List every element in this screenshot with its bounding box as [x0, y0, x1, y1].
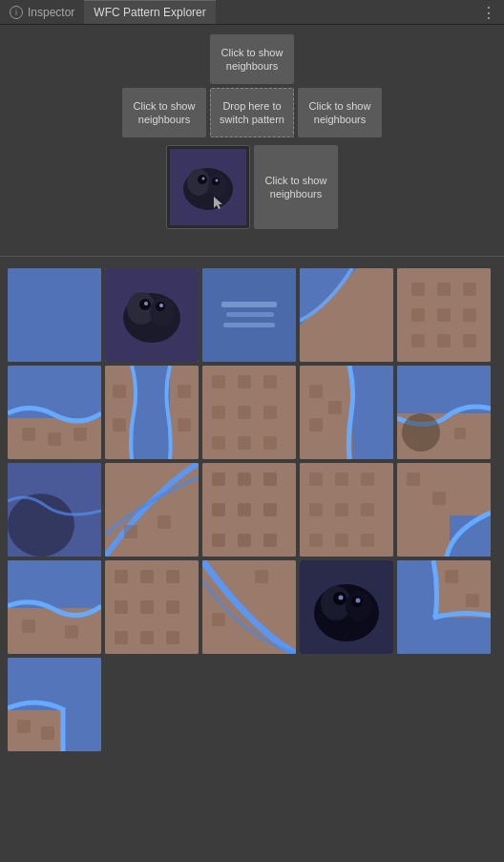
svg-rect-34: [463, 334, 476, 347]
svg-rect-89: [335, 534, 348, 547]
svg-rect-123: [466, 594, 479, 607]
tile-19[interactable]: [300, 560, 393, 654]
svg-rect-104: [140, 600, 154, 614]
svg-rect-37: [22, 428, 35, 441]
svg-rect-122: [445, 570, 458, 583]
svg-rect-90: [361, 534, 374, 547]
svg-rect-126: [17, 720, 31, 733]
svg-rect-50: [212, 406, 225, 419]
svg-rect-103: [115, 600, 128, 614]
bottom-row: Click to show neighbours: [166, 145, 338, 229]
svg-rect-51: [238, 406, 251, 419]
top-neighbour-button[interactable]: Click to show neighbours: [210, 34, 294, 84]
tile-18[interactable]: [202, 560, 296, 654]
pattern-thumbnail[interactable]: [166, 145, 250, 229]
svg-rect-33: [437, 334, 451, 347]
svg-rect-31: [463, 308, 476, 322]
svg-rect-80: [263, 534, 277, 547]
tile-11[interactable]: [8, 463, 101, 557]
tile-17[interactable]: [105, 560, 199, 654]
middle-btn-row: Click to show neighbours Drop here to sw…: [122, 88, 382, 137]
top-btn-row: Click to show neighbours: [210, 34, 294, 84]
svg-rect-106: [115, 631, 128, 644]
svg-rect-87: [361, 503, 374, 516]
svg-rect-59: [309, 418, 323, 431]
tile-5[interactable]: [397, 268, 491, 362]
svg-rect-85: [309, 503, 323, 516]
svg-point-119: [356, 599, 361, 603]
svg-point-118: [339, 596, 344, 600]
bottom-neighbour-button[interactable]: Click to show neighbours: [254, 145, 338, 229]
tile-14[interactable]: [300, 463, 393, 557]
svg-rect-47: [212, 375, 225, 389]
tile-9[interactable]: [300, 366, 393, 459]
tile-2[interactable]: [105, 268, 199, 362]
right-neighbour-button[interactable]: Click to show neighbours: [298, 88, 382, 137]
divider: [0, 256, 504, 257]
svg-rect-42: [113, 385, 126, 398]
tile-4[interactable]: [300, 268, 393, 362]
svg-rect-98: [65, 625, 78, 639]
svg-rect-60: [328, 401, 342, 414]
svg-rect-32: [411, 334, 425, 347]
svg-rect-53: [212, 436, 225, 450]
more-options-icon[interactable]: ⋮: [481, 3, 496, 21]
svg-rect-86: [335, 503, 348, 516]
tab-wfc-label: WFC Pattern Explorer: [94, 6, 205, 19]
svg-rect-105: [166, 600, 179, 614]
svg-rect-72: [212, 473, 225, 486]
tile-15[interactable]: [397, 463, 491, 557]
svg-point-3: [208, 174, 227, 197]
svg-rect-57: [352, 366, 393, 459]
svg-rect-21: [226, 312, 274, 317]
svg-rect-26: [411, 283, 425, 296]
svg-rect-38: [48, 432, 61, 446]
svg-rect-75: [212, 503, 225, 516]
svg-rect-22: [223, 323, 275, 327]
tile-6[interactable]: [8, 366, 101, 459]
svg-rect-39: [74, 428, 87, 441]
svg-rect-58: [309, 385, 323, 398]
tile-7[interactable]: [105, 366, 199, 459]
pattern-controls: Click to show neighbours Click to show n…: [0, 25, 504, 248]
svg-rect-77: [263, 503, 277, 516]
svg-rect-125: [8, 710, 65, 751]
tile-21[interactable]: [8, 658, 101, 751]
svg-rect-69: [158, 515, 171, 529]
svg-rect-30: [437, 308, 451, 322]
svg-rect-108: [166, 631, 179, 644]
thumbnail-image: [170, 149, 246, 225]
tile-16[interactable]: [8, 560, 101, 654]
tab-inspector[interactable]: i Inspector: [0, 0, 84, 24]
tab-wfc[interactable]: WFC Pattern Explorer: [84, 0, 215, 24]
svg-rect-70: [124, 525, 137, 538]
left-neighbour-button[interactable]: Click to show neighbours: [122, 88, 206, 137]
tile-12[interactable]: [105, 463, 199, 557]
tab-bar: i Inspector WFC Pattern Explorer ⋮: [0, 0, 504, 25]
svg-rect-97: [22, 620, 35, 633]
svg-rect-65: [454, 428, 466, 439]
tile-8[interactable]: [202, 366, 296, 459]
svg-rect-45: [178, 418, 191, 431]
drop-switch-button[interactable]: Drop here to switch pattern: [210, 88, 294, 137]
svg-point-18: [159, 304, 163, 307]
svg-rect-49: [263, 375, 277, 389]
svg-rect-88: [309, 534, 323, 547]
svg-rect-78: [212, 534, 225, 547]
svg-rect-41: [134, 366, 170, 459]
tile-3[interactable]: [202, 268, 296, 362]
svg-rect-79: [238, 534, 251, 547]
svg-rect-82: [309, 473, 323, 486]
tab-inspector-label: Inspector: [28, 6, 74, 19]
tile-13[interactable]: [202, 463, 296, 557]
svg-point-63: [402, 413, 440, 452]
svg-rect-102: [166, 570, 179, 583]
tile-10[interactable]: [397, 366, 491, 459]
svg-rect-55: [263, 436, 277, 450]
svg-rect-44: [178, 385, 191, 398]
tile-20[interactable]: [397, 560, 491, 654]
svg-rect-64: [407, 432, 418, 444]
svg-rect-127: [41, 726, 54, 740]
tile-1[interactable]: [8, 268, 101, 362]
svg-rect-43: [113, 418, 126, 431]
